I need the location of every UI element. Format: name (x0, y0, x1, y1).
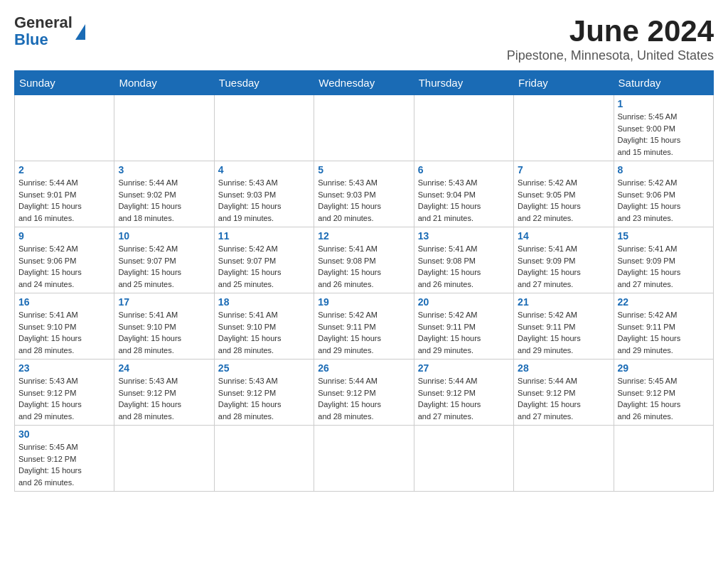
calendar-week-3: 9Sunrise: 5:42 AMSunset: 9:06 PMDaylight… (15, 227, 714, 293)
calendar-cell: 3Sunrise: 5:44 AMSunset: 9:02 PMDaylight… (114, 161, 214, 227)
weekday-header-thursday: Thursday (414, 71, 513, 95)
calendar-cell: 15Sunrise: 5:41 AMSunset: 9:09 PMDayligh… (614, 227, 713, 293)
day-number: 10 (118, 230, 210, 242)
day-info: Sunrise: 5:42 AMSunset: 9:11 PMDaylight:… (618, 309, 710, 356)
logo-general: General (14, 14, 73, 31)
day-info: Sunrise: 5:44 AMSunset: 9:12 PMDaylight:… (318, 375, 410, 422)
day-info: Sunrise: 5:44 AMSunset: 9:02 PMDaylight:… (118, 177, 210, 224)
calendar-cell: 14Sunrise: 5:41 AMSunset: 9:09 PMDayligh… (514, 227, 614, 293)
calendar-week-2: 2Sunrise: 5:44 AMSunset: 9:01 PMDaylight… (15, 161, 714, 227)
day-number: 27 (418, 362, 510, 374)
day-number: 18 (218, 296, 310, 308)
weekday-header-sunday: Sunday (15, 71, 114, 95)
day-number: 28 (518, 362, 609, 374)
calendar-week-4: 16Sunrise: 5:41 AMSunset: 9:10 PMDayligh… (15, 293, 714, 360)
calendar-cell (414, 426, 513, 492)
day-number: 5 (318, 164, 410, 175)
calendar-cell: 1Sunrise: 5:45 AMSunset: 9:00 PMDaylight… (614, 95, 713, 161)
header-right: June 2024 Pipestone, Minnesota, United S… (507, 14, 714, 63)
day-number: 24 (118, 362, 210, 374)
calendar-cell (214, 426, 314, 492)
calendar-cell: 23Sunrise: 5:43 AMSunset: 9:12 PMDayligh… (15, 360, 114, 426)
calendar-cell (514, 426, 614, 492)
calendar-cell: 9Sunrise: 5:42 AMSunset: 9:06 PMDaylight… (15, 227, 114, 293)
day-number: 19 (318, 296, 410, 308)
logo-triangle-icon (75, 24, 85, 40)
day-info: Sunrise: 5:44 AMSunset: 9:01 PMDaylight:… (18, 177, 110, 224)
calendar-cell: 20Sunrise: 5:42 AMSunset: 9:11 PMDayligh… (414, 293, 513, 360)
day-info: Sunrise: 5:42 AMSunset: 9:06 PMDaylight:… (18, 243, 110, 290)
calendar-cell (514, 95, 614, 161)
weekday-header-saturday: Saturday (614, 71, 713, 95)
day-number: 9 (18, 230, 110, 242)
logo-text: General Blue (14, 14, 73, 48)
logo-blue: Blue (14, 31, 73, 48)
day-number: 1 (618, 98, 710, 109)
calendar-cell: 25Sunrise: 5:43 AMSunset: 9:12 PMDayligh… (214, 360, 314, 426)
month-title: June 2024 (507, 14, 714, 48)
day-info: Sunrise: 5:42 AMSunset: 9:06 PMDaylight:… (618, 177, 710, 224)
day-info: Sunrise: 5:42 AMSunset: 9:11 PMDaylight:… (318, 309, 410, 356)
day-info: Sunrise: 5:41 AMSunset: 9:10 PMDaylight:… (18, 309, 110, 356)
calendar-cell (314, 426, 414, 492)
day-info: Sunrise: 5:45 AMSunset: 9:12 PMDaylight:… (18, 441, 110, 488)
calendar-cell (614, 426, 713, 492)
weekday-header-friday: Friday (514, 71, 614, 95)
calendar-cell: 8Sunrise: 5:42 AMSunset: 9:06 PMDaylight… (614, 161, 713, 227)
calendar-cell: 22Sunrise: 5:42 AMSunset: 9:11 PMDayligh… (614, 293, 713, 360)
day-number: 29 (618, 362, 710, 374)
day-number: 13 (418, 230, 510, 242)
day-info: Sunrise: 5:43 AMSunset: 9:12 PMDaylight:… (18, 375, 110, 422)
day-info: Sunrise: 5:42 AMSunset: 9:07 PMDaylight:… (218, 243, 310, 290)
day-info: Sunrise: 5:41 AMSunset: 9:10 PMDaylight:… (118, 309, 210, 356)
day-number: 20 (418, 296, 510, 308)
calendar-cell: 7Sunrise: 5:42 AMSunset: 9:05 PMDaylight… (514, 161, 614, 227)
location: Pipestone, Minnesota, United States (507, 48, 714, 63)
calendar-cell: 5Sunrise: 5:43 AMSunset: 9:03 PMDaylight… (314, 161, 414, 227)
calendar-cell (414, 95, 513, 161)
day-number: 21 (518, 296, 609, 308)
day-number: 17 (118, 296, 210, 308)
calendar-cell: 17Sunrise: 5:41 AMSunset: 9:10 PMDayligh… (114, 293, 214, 360)
page-header: General Blue June 2024 Pipestone, Minnes… (14, 14, 714, 63)
day-info: Sunrise: 5:43 AMSunset: 9:04 PMDaylight:… (418, 177, 510, 224)
day-number: 11 (218, 230, 310, 242)
day-number: 8 (618, 164, 710, 175)
day-number: 26 (318, 362, 410, 374)
day-info: Sunrise: 5:45 AMSunset: 9:00 PMDaylight:… (618, 111, 710, 158)
day-number: 22 (618, 296, 710, 308)
day-info: Sunrise: 5:42 AMSunset: 9:11 PMDaylight:… (518, 309, 609, 356)
day-number: 12 (318, 230, 410, 242)
day-number: 16 (18, 296, 110, 308)
day-info: Sunrise: 5:42 AMSunset: 9:07 PMDaylight:… (118, 243, 210, 290)
calendar-cell: 24Sunrise: 5:43 AMSunset: 9:12 PMDayligh… (114, 360, 214, 426)
day-info: Sunrise: 5:41 AMSunset: 9:08 PMDaylight:… (418, 243, 510, 290)
day-info: Sunrise: 5:44 AMSunset: 9:12 PMDaylight:… (418, 375, 510, 422)
calendar-cell: 6Sunrise: 5:43 AMSunset: 9:04 PMDaylight… (414, 161, 513, 227)
day-info: Sunrise: 5:43 AMSunset: 9:03 PMDaylight:… (218, 177, 310, 224)
day-info: Sunrise: 5:41 AMSunset: 9:09 PMDaylight:… (518, 243, 609, 290)
day-info: Sunrise: 5:41 AMSunset: 9:10 PMDaylight:… (218, 309, 310, 356)
calendar-cell (114, 95, 214, 161)
calendar-cell (214, 95, 314, 161)
calendar-cell (15, 95, 114, 161)
day-number: 14 (518, 230, 609, 242)
calendar-cell: 11Sunrise: 5:42 AMSunset: 9:07 PMDayligh… (214, 227, 314, 293)
weekday-header-monday: Monday (114, 71, 214, 95)
calendar-table: SundayMondayTuesdayWednesdayThursdayFrid… (14, 70, 714, 492)
calendar-cell: 19Sunrise: 5:42 AMSunset: 9:11 PMDayligh… (314, 293, 414, 360)
day-number: 2 (18, 164, 110, 175)
day-info: Sunrise: 5:43 AMSunset: 9:12 PMDaylight:… (218, 375, 310, 422)
day-number: 15 (618, 230, 710, 242)
calendar-week-5: 23Sunrise: 5:43 AMSunset: 9:12 PMDayligh… (15, 360, 714, 426)
calendar-cell (314, 95, 414, 161)
day-number: 6 (418, 164, 510, 175)
weekday-header-row: SundayMondayTuesdayWednesdayThursdayFrid… (15, 71, 714, 95)
calendar-cell: 30Sunrise: 5:45 AMSunset: 9:12 PMDayligh… (15, 426, 114, 492)
calendar-cell: 4Sunrise: 5:43 AMSunset: 9:03 PMDaylight… (214, 161, 314, 227)
day-info: Sunrise: 5:45 AMSunset: 9:12 PMDaylight:… (618, 375, 710, 422)
day-info: Sunrise: 5:42 AMSunset: 9:11 PMDaylight:… (418, 309, 510, 356)
day-number: 7 (518, 164, 609, 175)
day-number: 30 (18, 428, 110, 440)
day-number: 4 (218, 164, 310, 175)
